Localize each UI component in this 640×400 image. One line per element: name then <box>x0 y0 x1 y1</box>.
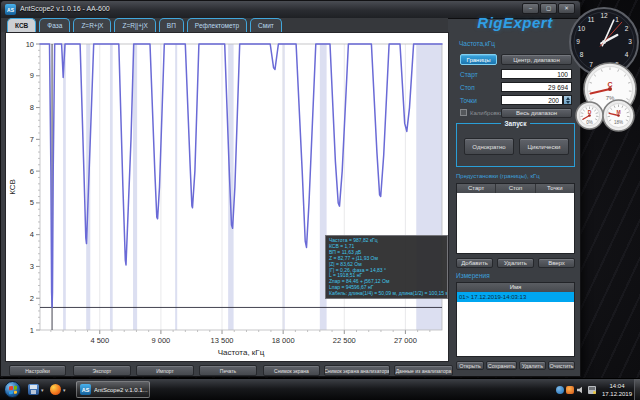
antscope-task-label: AntScope2 v.1.0.1... <box>94 387 148 393</box>
svg-text:22 500: 22 500 <box>333 336 356 345</box>
memory-dial-gadget[interactable]: M18% <box>602 99 635 136</box>
tray-keyboard-layout-icon[interactable] <box>588 386 596 394</box>
svg-text:3: 3 <box>628 38 632 45</box>
svg-text:13 500: 13 500 <box>211 336 234 345</box>
points-input[interactable] <box>501 95 563 105</box>
presets-col-points: Точки <box>536 184 574 193</box>
taskbar-date: 17.12.2019 <box>598 390 636 398</box>
cursor-tooltip: Частота = 987,82 кГцКСВ = 1,71 ВП = 11,6… <box>325 235 448 299</box>
tray-volume-icon[interactable] <box>577 386 585 394</box>
measurements-label: Измерения <box>456 272 490 279</box>
firefox-icon[interactable] <box>50 384 61 395</box>
svg-text:D: D <box>588 109 592 115</box>
measurement-row[interactable]: 01> 17.12.2019-14:03:13 <box>457 292 574 302</box>
measurement-clear-button[interactable]: Очистить <box>548 361 575 370</box>
swr-chart[interactable]: 4 5009 00013 50018 00022 50027 000123456… <box>6 33 448 361</box>
start-label: Старт <box>460 71 478 78</box>
svg-text:1: 1 <box>615 16 619 23</box>
show-desktop-button[interactable] <box>634 379 640 400</box>
windows-logo-icon <box>9 386 17 395</box>
desktop: AS AntScope2 v.1.0.16 - AA-600 – ▢ ✕ КСВ… <box>0 0 640 400</box>
taskbar: ▾ ▾ AS AntScope2 v.1.0.1... 14:04 17.12.… <box>0 378 640 400</box>
antscope-window: AS AntScope2 v.1.0.16 - AA-600 – ▢ ✕ КСВ… <box>0 0 581 377</box>
svg-text:5: 5 <box>30 198 34 207</box>
center-span-mode-button[interactable]: Центр, диапазон <box>501 54 572 65</box>
tab-smith[interactable]: Смит <box>250 18 282 32</box>
presets-label: Предустановки (границы), кГц <box>456 173 540 179</box>
points-label: Точки <box>460 97 477 104</box>
svg-text:4 500: 4 500 <box>90 336 109 345</box>
tab-z-parallel[interactable]: Z=R||+jX <box>114 18 155 32</box>
antscope-taskbar-button[interactable]: AS AntScope2 v.1.0.1... <box>76 381 150 398</box>
taskbar-clock[interactable]: 14:04 17.12.2019 <box>598 382 636 398</box>
svg-text:КСВ: КСВ <box>8 179 17 195</box>
tab-phase[interactable]: Фаза <box>39 18 70 32</box>
side-panel: Частота,кГц Границы Центр, диапазон Стар… <box>449 32 582 378</box>
preset-delete-button[interactable]: Удалить <box>497 258 534 268</box>
tray-antivirus-icon[interactable] <box>566 386 574 394</box>
svg-text:0%: 0% <box>586 120 593 125</box>
memory-gauge: M18% <box>602 99 635 132</box>
rigexpert-logo: RigExpert <box>449 14 581 31</box>
svg-text:4: 4 <box>625 51 629 58</box>
taskbar-time: 14:04 <box>598 382 636 390</box>
start-input[interactable] <box>501 69 572 79</box>
measurements-col-name: Имя <box>457 283 574 292</box>
maximize-button[interactable]: ▢ <box>540 3 557 14</box>
measurement-save-button[interactable]: Сохранить <box>486 361 517 370</box>
full-range-button[interactable]: Весь диапазон <box>501 108 572 118</box>
bounds-mode-button[interactable]: Границы <box>460 54 497 65</box>
svg-text:3: 3 <box>30 262 34 271</box>
analyzer-screenshot-button[interactable]: Снимок экрана анализатора <box>324 365 390 376</box>
svg-text:Частота, кГц: Частота, кГц <box>218 348 265 357</box>
svg-text:18 000: 18 000 <box>272 336 295 345</box>
disk-dial-gadget[interactable]: D0% <box>575 101 604 134</box>
svg-text:C: C <box>607 81 612 88</box>
calibration-checkbox[interactable] <box>460 109 467 116</box>
svg-text:10: 10 <box>26 40 34 49</box>
import-button[interactable]: Импорт <box>136 365 194 376</box>
svg-text:7: 7 <box>30 135 34 144</box>
svg-text:10: 10 <box>578 25 586 32</box>
tray-network-icon[interactable] <box>556 386 564 394</box>
minimize-button[interactable]: – <box>522 3 539 14</box>
run-once-button[interactable]: Однократно <box>464 138 514 155</box>
points-stepper[interactable] <box>563 95 572 105</box>
stop-input[interactable] <box>501 82 572 92</box>
presets-table[interactable]: Старт Стоп Точки <box>456 183 575 254</box>
stop-label: Стоп <box>460 84 475 91</box>
measurement-open-button[interactable]: Открыть <box>456 361 484 370</box>
measurements-table[interactable]: Имя 01> 17.12.2019-14:03:13 <box>456 282 575 357</box>
tab-swr[interactable]: КСВ <box>7 18 36 32</box>
calibration-label: Калибровка <box>470 110 503 116</box>
measurement-delete-button[interactable]: Удалить <box>519 361 546 370</box>
preset-add-button[interactable]: Добавить <box>456 258 493 268</box>
svg-text:1: 1 <box>30 326 34 335</box>
antscope-task-icon: AS <box>80 384 91 395</box>
svg-text:2: 2 <box>30 294 34 303</box>
window-title: AntScope2 v.1.0.16 - AA-600 <box>20 5 110 12</box>
floppy-launcher-icon[interactable] <box>28 384 39 395</box>
screenshot-button[interactable]: Снимок экрана <box>263 365 320 376</box>
svg-text:4: 4 <box>30 230 34 239</box>
export-button[interactable]: Экспорт <box>73 365 131 376</box>
tab-z-series[interactable]: Z=R+jX <box>73 18 111 32</box>
run-group: Запуск Однократно Циклически <box>456 123 575 167</box>
preset-up-button[interactable]: Вверх <box>538 258 575 268</box>
svg-text:8: 8 <box>580 51 584 58</box>
start-button[interactable] <box>4 381 21 398</box>
presets-col-stop: Стоп <box>496 184 535 193</box>
run-cyclic-button[interactable]: Циклически <box>519 138 569 155</box>
tab-tdr[interactable]: Рефлектометр <box>187 18 247 32</box>
firefox-dropdown-arrow[interactable]: ▾ <box>63 387 66 393</box>
svg-text:2: 2 <box>625 25 629 32</box>
svg-text:6: 6 <box>30 167 34 176</box>
analyzer-data-button[interactable]: Данные из анализатора <box>394 365 453 376</box>
chart-area: 4 5009 00013 50018 00022 50027 000123456… <box>5 32 449 362</box>
settings-button[interactable]: Настройки <box>9 365 66 376</box>
tab-return-loss[interactable]: ВП <box>159 18 184 32</box>
floppy-dropdown-arrow[interactable]: ▾ <box>41 387 44 393</box>
print-button[interactable]: Печать <box>199 365 257 376</box>
svg-text:9: 9 <box>576 38 580 45</box>
presets-col-start: Старт <box>457 184 496 193</box>
